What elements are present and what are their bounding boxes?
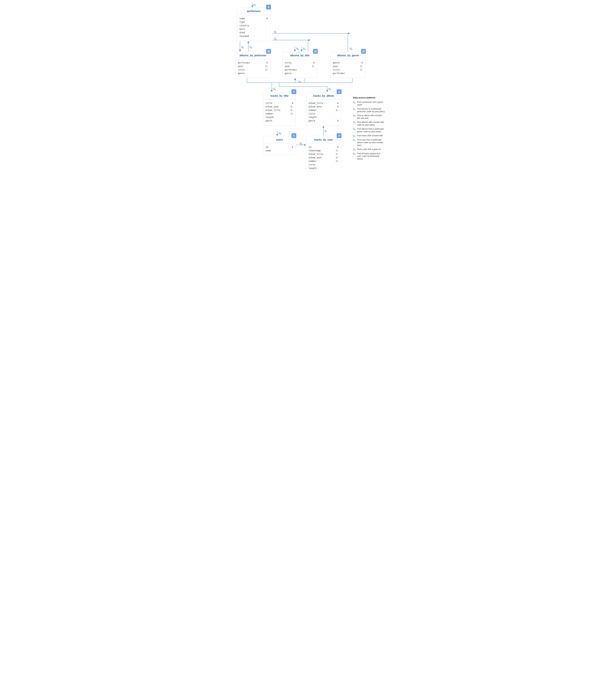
query-label: Q2 <box>241 46 244 49</box>
query-label: Q7 <box>329 88 331 91</box>
entity-title-text: users <box>276 138 283 141</box>
field-name: album_title <box>308 153 334 155</box>
field-row: titleC↑ <box>238 68 268 71</box>
query-label: Q9 <box>300 142 302 145</box>
query-label: Q8 <box>279 132 281 135</box>
query-label: Q5 <box>350 47 352 50</box>
entity-albums-by-performer: albums_by_performer performerKyearC↓titl… <box>236 52 270 78</box>
field-row: timestampC↓ <box>308 149 339 152</box>
field-name: performer <box>238 62 264 64</box>
legend-query-label: Q8: <box>353 148 357 151</box>
field-name: name <box>240 17 264 20</box>
entity-title-text: performers <box>247 10 261 13</box>
field-row: born <box>240 27 268 31</box>
entity-fields: idKtimestampC↓album_titleC↑album_yearC↑n… <box>306 144 341 170</box>
query-label: Q7 <box>324 130 327 133</box>
query-label: Q3 <box>299 80 301 83</box>
entity-fields: performerKyearC↓titleC↑genre <box>236 59 270 77</box>
query-label: Q4 <box>303 47 305 50</box>
field-row: genre <box>285 71 315 75</box>
legend-query-label: Q6: <box>353 134 357 137</box>
entity-fields: idKname <box>263 144 296 155</box>
entity-tracks-by-album: tracks_by_album album_titleKalbum_yearKn… <box>306 92 341 126</box>
field-name: type <box>240 21 264 23</box>
svg-point-7 <box>293 92 293 92</box>
microphone-icon <box>266 5 271 9</box>
field-row: country <box>240 24 268 27</box>
music-icon <box>337 133 342 138</box>
field-key-marker: C↓ <box>311 65 315 68</box>
field-key-marker: K <box>311 62 315 64</box>
entity-fields: titleKalbum_yearC↓album_titleC↓numberC↑l… <box>263 100 296 125</box>
entity-fields: album_titleKalbum_yearKnumberC↑titleleng… <box>306 100 341 125</box>
entity-title-text: albums_by_performer <box>240 54 266 57</box>
field-name: title <box>308 112 334 115</box>
field-name: id <box>265 146 289 148</box>
legend-query-text: Find tracks with a known title <box>357 134 385 137</box>
entity-title-text: tracks_by_album <box>313 94 334 97</box>
field-name: length <box>308 116 334 118</box>
field-row: titleK <box>265 101 293 105</box>
field-key-marker: K <box>264 17 268 20</box>
field-key-marker: C↓ <box>334 149 339 152</box>
query-label: Q1 <box>274 37 277 40</box>
entity-title-text: tracks_by_user <box>314 138 333 141</box>
field-key-marker: K <box>359 62 363 64</box>
field-row: album_titleC↓ <box>265 108 293 112</box>
entity-title-text: albums_by_title <box>290 54 310 57</box>
field-key-marker: K <box>334 146 339 148</box>
legend-item: Q4:Find albums with a known title; order… <box>353 121 385 126</box>
svg-point-13 <box>339 136 340 136</box>
entity-performers: performers nameKtypecountryborndiedfound… <box>237 7 270 41</box>
legend-data-access-patterns: Data access patterns Q1:Find a performer… <box>353 96 385 162</box>
svg-point-8 <box>294 92 295 92</box>
query-label: Q1 <box>249 46 252 49</box>
legend-query-text: Find track from a particupar album; orde… <box>357 138 385 147</box>
field-name: album_year <box>265 105 289 108</box>
entity-title: performers <box>237 7 270 15</box>
field-key-marker: C↑ <box>334 156 339 159</box>
field-name: year <box>285 65 311 68</box>
field-row: album_yearC↓ <box>265 105 293 108</box>
field-name: name <box>265 149 289 152</box>
svg-rect-0 <box>268 6 269 7</box>
field-row: died <box>240 31 268 34</box>
field-name: number <box>308 109 334 111</box>
entity-title-text: tracks_by_title <box>270 94 288 97</box>
field-name: album_year <box>308 105 334 108</box>
field-row: numberC↑ <box>308 159 339 163</box>
legend-query-text: Find a performer with a given name <box>357 101 385 106</box>
field-row: idK <box>308 145 339 149</box>
field-name: founded <box>240 35 264 37</box>
query-label: Q1 <box>254 3 256 6</box>
diagram-canvas: performers nameKtypecountryborndiedfound… <box>231 0 385 170</box>
field-key-marker: S <box>334 119 339 122</box>
field-name: title <box>238 68 264 71</box>
legend-query-label: Q9: <box>353 152 357 160</box>
field-row: numberC↑ <box>308 108 339 112</box>
entity-title: albums_by_title <box>283 52 317 59</box>
field-row: title <box>308 112 339 115</box>
field-name: genre <box>265 119 289 122</box>
albums-icon <box>266 49 271 54</box>
svg-point-11 <box>293 135 294 136</box>
query-label: Q6 <box>273 88 276 91</box>
entity-fields: titleKyearC↓performergenre <box>283 59 317 77</box>
field-name: length <box>265 116 289 118</box>
music-icon <box>291 89 296 94</box>
field-row: genre <box>238 71 268 75</box>
field-key-marker: C↑ <box>264 68 268 71</box>
field-name: died <box>240 31 264 34</box>
field-key-marker: C↑ <box>334 153 339 155</box>
svg-point-4 <box>315 52 315 52</box>
entity-title: tracks_by_user <box>306 136 341 144</box>
field-key-marker: C↑ <box>334 160 339 162</box>
legend-query-label: Q1: <box>353 101 357 106</box>
field-name: performer <box>285 68 311 71</box>
field-name: title <box>285 62 311 64</box>
field-row: yearC↓ <box>285 65 315 68</box>
svg-point-9 <box>338 92 339 92</box>
field-row: title <box>308 163 339 166</box>
field-name: id <box>308 146 334 148</box>
field-row: performer <box>333 71 363 75</box>
